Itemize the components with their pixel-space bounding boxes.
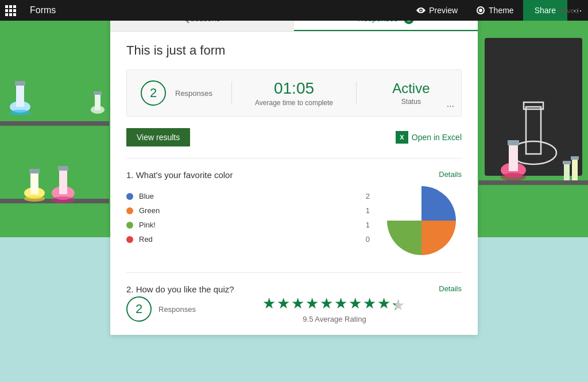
svg-rect-17	[94, 91, 102, 95]
svg-point-26	[501, 173, 526, 181]
legend-label: Red	[139, 235, 360, 244]
q2-details-link[interactable]: Details	[439, 284, 462, 293]
svg-rect-16	[95, 94, 100, 110]
app-brand: Forms	[21, 5, 65, 16]
stat-divider-2	[356, 82, 357, 105]
svg-rect-9	[58, 166, 68, 171]
legend-label: Green	[139, 206, 360, 215]
star-2: ★	[277, 295, 290, 312]
preview-label: Preview	[429, 6, 458, 15]
legend-item: Blue 2	[126, 192, 370, 200]
top-nav: Forms Preview Theme Share ··· Saved	[0, 0, 588, 21]
star-6: ★	[334, 295, 347, 312]
stat-avg-time: 01:05 Average time to complete	[250, 79, 338, 107]
q1-body: Blue 2 Green 1 Pink! 1 Red 0	[126, 180, 462, 261]
responses-circle: 2	[141, 80, 166, 106]
stat-divider-1	[231, 82, 232, 105]
excel-icon: X	[396, 131, 408, 144]
star-8: ★	[363, 295, 376, 312]
legend-item: Green 1	[126, 206, 370, 215]
legend-dot	[126, 236, 133, 243]
legend-count: 2	[366, 192, 370, 200]
star-3: ★	[291, 295, 304, 312]
question-1-header: Details 1. What's your favorite color	[126, 170, 462, 180]
svg-point-14	[24, 196, 45, 202]
q1-number: 1.	[126, 170, 136, 180]
q2-responses-stat: 2 Responses	[126, 296, 196, 322]
stars-area: ★ ★ ★ ★ ★ ★ ★ ★ ★ ★ ★ ★	[207, 295, 462, 323]
q1-text: What's your favorite color	[136, 170, 233, 180]
svg-rect-22	[479, 180, 588, 185]
legend-dot	[126, 222, 133, 229]
open-excel-button[interactable]: X Open in Excel	[396, 131, 462, 144]
question-2-section: Details 2. How do you like the quiz? 2 R…	[126, 272, 462, 323]
svg-rect-1	[0, 121, 109, 126]
stats-more-button[interactable]: ···	[447, 101, 454, 111]
form-title: This is just a form	[126, 43, 462, 58]
avg-time-label: Average time to complete	[250, 99, 338, 107]
saved-status: Saved	[558, 6, 579, 15]
svg-rect-29	[563, 161, 571, 164]
svg-rect-8	[59, 170, 67, 194]
legend-count: 1	[366, 206, 370, 215]
content-area: This is just a form 2 Responses 01:05 Av…	[110, 32, 478, 335]
pie-svg	[381, 180, 462, 261]
main-panel: Questions Responses 2 This is just a for…	[110, 7, 478, 335]
q1-title: 1. What's your favorite color	[126, 170, 233, 180]
question-2-header: Details 2. How do you like the quiz?	[126, 284, 462, 295]
responses-label: Responses	[175, 89, 212, 98]
legend-dot	[126, 207, 133, 214]
svg-rect-5	[15, 81, 25, 86]
svg-point-0	[420, 10, 422, 11]
q1-details-link[interactable]: Details	[439, 170, 462, 179]
q2-title: 2. How do you like the quiz?	[126, 284, 234, 294]
view-results-button[interactable]: View results	[126, 128, 190, 146]
legend-label: Blue	[139, 192, 360, 200]
svg-point-10	[52, 196, 75, 203]
stats-bar: 2 Responses 01:05 Average time to comple…	[126, 70, 462, 117]
theme-button[interactable]: Theme	[467, 0, 523, 21]
q2-body: 2 Responses ★ ★ ★ ★ ★ ★ ★ ★ ★	[126, 295, 462, 323]
question-1-section: Details 1. What's your favorite color Bl…	[126, 158, 462, 261]
svg-rect-25	[508, 140, 519, 145]
left-lab-scene	[0, 32, 109, 262]
preview-button[interactable]: Preview	[407, 0, 467, 21]
q2-responses-label: Responses	[158, 305, 196, 314]
q2-number: 2.	[126, 284, 136, 294]
svg-rect-28	[572, 159, 578, 180]
q1-pie-chart	[381, 180, 462, 261]
action-bar: View results X Open in Excel	[126, 128, 462, 146]
share-label: Share	[535, 6, 556, 15]
stat-status: Active Status	[375, 80, 447, 106]
star-7: ★	[349, 295, 362, 312]
status-label: Status	[375, 98, 447, 106]
svg-rect-30	[571, 156, 579, 160]
q2-text: How do you like the quiz?	[136, 284, 234, 294]
open-excel-label: Open in Excel	[412, 133, 462, 142]
waffle-menu[interactable]	[0, 0, 21, 21]
avg-rating-label: 9.5 Average Rating	[207, 315, 462, 323]
svg-rect-27	[564, 163, 570, 180]
legend-label: Pink!	[139, 221, 360, 229]
avg-time-value: 01:05	[250, 79, 338, 98]
star-half: ★ ★ ★	[392, 296, 407, 311]
svg-rect-13	[29, 169, 40, 173]
star-5: ★	[320, 295, 333, 312]
stat-responses: 2 Responses	[141, 80, 213, 106]
svg-rect-12	[30, 173, 38, 194]
theme-label: Theme	[489, 6, 514, 15]
status-value: Active	[375, 80, 447, 97]
legend-item: Red 0	[126, 235, 370, 244]
right-lab-scene	[479, 32, 588, 262]
svg-rect-4	[16, 84, 24, 107]
legend-count: 0	[366, 235, 370, 244]
star-1: ★	[262, 295, 276, 312]
stars-row: ★ ★ ★ ★ ★ ★ ★ ★ ★ ★ ★ ★	[207, 295, 462, 312]
star-4: ★	[305, 295, 319, 312]
legend-count: 1	[366, 221, 370, 229]
q1-legend: Blue 2 Green 1 Pink! 1 Red 0	[126, 192, 370, 249]
legend-item: Pink! 1	[126, 221, 370, 229]
eye-icon	[416, 6, 425, 15]
theme-icon	[476, 6, 485, 15]
waffle-icon	[5, 5, 16, 16]
